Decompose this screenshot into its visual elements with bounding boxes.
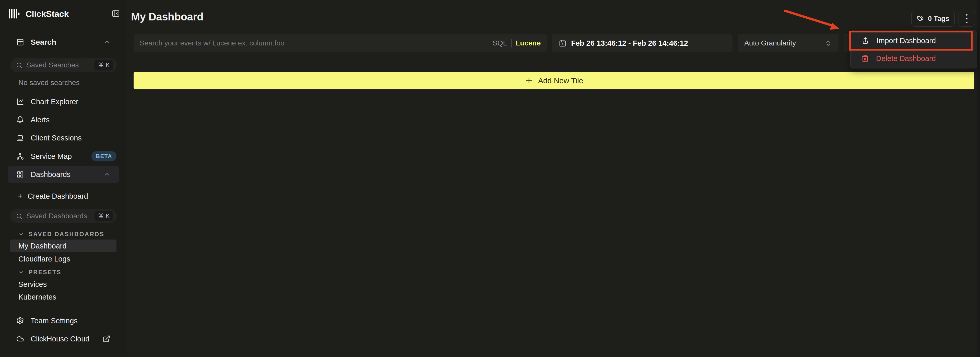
tags-count-label: 0 Tags [928,15,949,23]
saved-dashboards-search[interactable]: ⌘ K [10,209,117,223]
kebab-menu-icon [966,14,967,23]
menu-item-label: Import Dashboard [877,36,936,45]
saved-searches-search[interactable]: ⌘ K [10,58,117,72]
menu-item-delete-dashboard[interactable]: Delete Dashboard [851,49,977,67]
dashboard-options-menu: Import Dashboard Delete Dashboard [850,30,977,68]
sidebar-header: ClickStack [0,7,127,21]
scroll-gutter [977,0,980,357]
granularity-select[interactable]: Auto Granularity [738,34,838,52]
select-chevrons-icon [825,40,832,47]
sql-mode-button[interactable]: SQL [493,39,507,47]
bell-icon [16,116,24,124]
sidebar-item-label: Chart Explorer [31,98,78,106]
dashboards-grid-icon [16,171,24,178]
external-link-icon [103,335,110,343]
sidebar-collapse-button[interactable] [110,8,122,19]
create-dashboard-label: Create Dashboard [28,192,88,200]
section-saved-dashboards[interactable]: SAVED DASHBOARDS [0,230,127,239]
sidebar-item-service-map[interactable]: Service Map BETA [0,149,127,163]
list-item-label: My Dashboard [18,242,67,250]
sidebar-item-label: ClickHouse Cloud [31,335,90,343]
section-title: PRESETS [29,269,61,276]
sidebar-item-label: Dashboards [31,170,70,179]
panel-collapse-icon [111,9,120,18]
upload-icon [861,36,869,45]
service-map-icon [16,152,24,160]
main-content: My Dashboard 0 Tags SQL Lucene Feb 26 13… [127,0,980,357]
section-title: SAVED DASHBOARDS [29,231,105,238]
chevron-down-icon [18,270,24,275]
tags-button[interactable]: 0 Tags [911,11,955,27]
dashboard-list-item-cloudflare-logs[interactable]: Cloudflare Logs [0,253,127,265]
chevron-up-icon [104,39,110,46]
search-page-icon [16,38,24,46]
menu-item-label: Delete Dashboard [876,54,936,63]
clickstack-logo-icon [8,8,20,19]
cloud-icon [16,335,24,343]
list-item-label: Kubernetes [18,293,56,301]
plus-icon [525,77,533,85]
sidebar-item-team-settings[interactable]: Team Settings [0,314,127,328]
search-icon [16,213,23,220]
sidebar-item-client-sessions[interactable]: Client Sessions [0,131,127,145]
time-range-picker[interactable]: Feb 26 13:46:12 - Feb 26 14:46:12 [552,34,732,52]
sidebar-item-label: Search [31,38,56,46]
tags-icon [917,15,924,22]
time-range-value: Feb 26 13:46:12 - Feb 26 14:46:12 [571,39,688,48]
chevron-up-icon [104,171,110,178]
page-title: My Dashboard [131,11,203,23]
sidebar-item-clickhouse-cloud[interactable]: ClickHouse Cloud [0,332,127,346]
sidebar-item-search[interactable]: Search [0,36,127,48]
preset-list-item-kubernetes[interactable]: Kubernetes [0,291,127,303]
sidebar-item-label: Service Map [31,152,72,160]
event-search-input[interactable] [140,39,493,47]
more-options-button[interactable] [959,11,975,27]
granularity-value: Auto Granularity [744,39,825,47]
beta-badge: BETA [91,151,116,161]
create-dashboard-button[interactable]: Create Dashboard [0,189,127,203]
shortcut-badge: ⌘ K [94,60,113,70]
search-icon [16,62,23,69]
section-presets[interactable]: PRESETS [0,268,127,277]
saved-dashboards-input[interactable] [26,212,94,220]
list-item-label: Cloudflare Logs [18,255,70,263]
no-saved-searches-note: No saved searches [0,78,127,87]
list-item-label: Services [18,280,47,289]
saved-searches-input[interactable] [26,61,94,69]
preset-list-item-services[interactable]: Services [0,278,127,290]
laptop-icon [16,134,24,142]
add-new-tile-button[interactable]: Add New Tile [134,72,974,89]
sidebar-item-label: Alerts [31,116,49,124]
trash-icon [861,55,869,62]
sidebar: ClickStack Search ⌘ K No saved [0,0,127,357]
app-root: ClickStack Search ⌘ K No saved [0,0,980,357]
sidebar-item-label: Team Settings [31,317,78,325]
menu-item-import-dashboard[interactable]: Import Dashboard [851,32,977,49]
lucene-mode-button[interactable]: Lucene [515,39,541,47]
plus-icon [17,193,24,200]
divider [511,39,512,48]
sidebar-item-label: Client Sessions [31,134,82,142]
add-new-tile-label: Add New Tile [538,76,583,85]
sidebar-item-alerts[interactable]: Alerts [0,113,127,127]
gear-icon [16,317,24,325]
sidebar-item-chart-explorer[interactable]: Chart Explorer [0,95,127,109]
annotation-arrow [780,7,844,33]
chart-explorer-icon [16,98,24,105]
calendar-icon [559,39,566,47]
sidebar-item-dashboards[interactable]: Dashboards [0,166,127,183]
event-search-bar[interactable]: SQL Lucene [134,34,547,52]
app-title: ClickStack [25,9,69,19]
chevron-down-icon [18,232,24,237]
dashboard-list-item-my-dashboard[interactable]: My Dashboard [0,240,127,252]
query-language-toggle: SQL Lucene [493,39,541,48]
shortcut-badge: ⌘ K [94,211,113,221]
